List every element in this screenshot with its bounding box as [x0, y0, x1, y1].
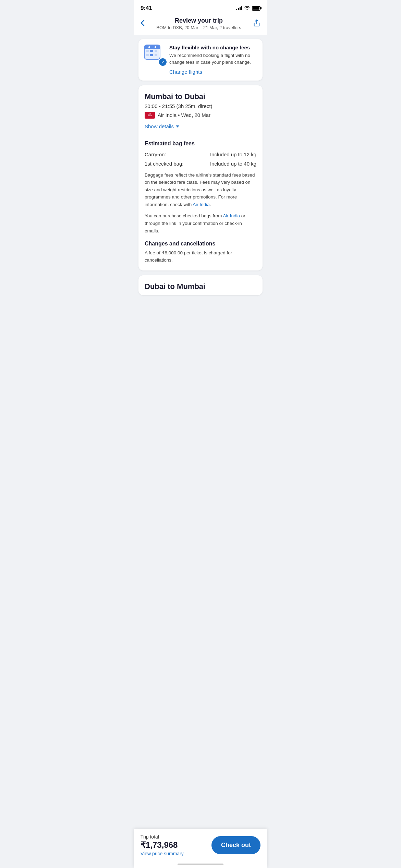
flight-card: Mumbai to Dubai 20:00 - 21:55 (3h 25m, d…: [138, 85, 263, 270]
show-details-button[interactable]: Show details: [145, 123, 256, 129]
flight-time: 20:00 - 21:55 (3h 25m, direct): [145, 103, 256, 109]
checked-bag-label: 1st checked bag:: [145, 161, 183, 167]
shield-icon: ✓: [158, 58, 167, 67]
wifi-icon: [244, 6, 250, 11]
flex-icon-container: ✓: [144, 45, 165, 65]
chevron-down-icon: [176, 125, 179, 128]
divider: [145, 135, 256, 135]
status-bar: 9:41: [134, 0, 267, 14]
airline-row: AIRINDIA Air India • Wed, 20 Mar: [145, 112, 256, 119]
content-area: ✓ Stay flexible with no change fees We r…: [134, 35, 267, 336]
airline-name: Air India • Wed, 20 Mar: [158, 112, 210, 118]
flex-description: We recommend booking a flight with no ch…: [169, 52, 257, 66]
changes-description: A fee of ₹8,000.00 per ticket is charged…: [145, 250, 256, 264]
status-icons: [236, 6, 260, 11]
airline-logo: AIRINDIA: [145, 112, 155, 119]
air-india-link-2[interactable]: Air India: [223, 213, 240, 218]
flex-text: Stay flexible with no change fees We rec…: [169, 45, 257, 75]
bag-fees-title: Estimated bag fees: [145, 141, 256, 147]
signal-icon: [236, 6, 242, 10]
flight-route: Mumbai to Dubai: [145, 92, 256, 101]
carry-on-row: Carry-on: Included up to 12 kg: [145, 152, 256, 157]
carry-on-value: Included up to 12 kg: [210, 152, 256, 157]
back-button[interactable]: [139, 17, 146, 30]
checked-bag-row: 1st checked bag: Included up to 40 kg: [145, 161, 256, 167]
flex-title: Stay flexible with no change fees: [169, 45, 257, 50]
change-flights-link[interactable]: Change flights: [169, 69, 202, 75]
air-india-link-1[interactable]: Air India: [193, 202, 210, 207]
share-button[interactable]: [252, 18, 262, 30]
return-flight-card: Dubai to Mumbai: [138, 275, 263, 295]
purchase-note: You can purchase checked bags from Air I…: [145, 212, 256, 234]
status-time: 9:41: [141, 5, 152, 12]
battery-icon: [252, 6, 260, 11]
checked-bag-value: Included up to 40 kg: [210, 161, 256, 167]
calendar-icon: [144, 45, 160, 60]
bag-fee-note: Baggage fees reflect the airline's stand…: [145, 171, 256, 208]
page-title: Review your trip: [146, 17, 252, 24]
return-route: Dubai to Mumbai: [145, 282, 256, 291]
carry-on-label: Carry-on:: [145, 152, 166, 157]
changes-title: Changes and cancellations: [145, 241, 256, 247]
flex-card: ✓ Stay flexible with no change fees We r…: [138, 39, 263, 81]
header-subtitle: BOM to DXB, 20 Mar – 21 Mar, 2 traveller…: [146, 25, 252, 30]
header: Review your trip BOM to DXB, 20 Mar – 21…: [134, 14, 267, 35]
header-center: Review your trip BOM to DXB, 20 Mar – 21…: [146, 17, 252, 30]
